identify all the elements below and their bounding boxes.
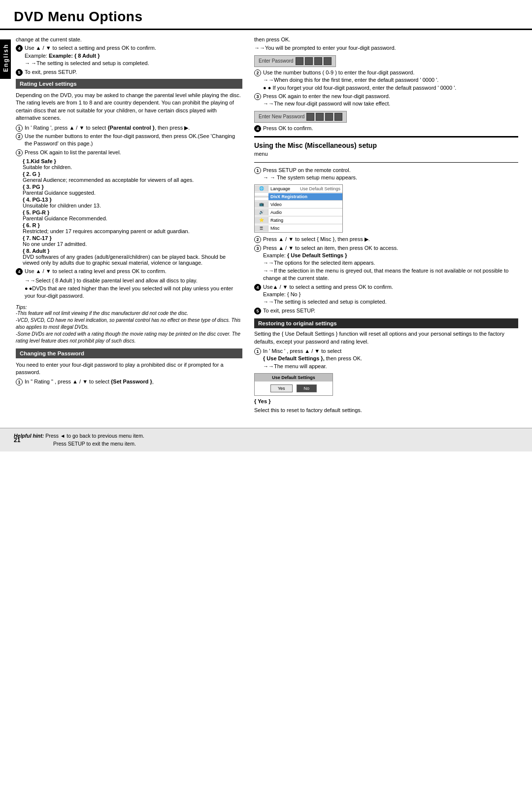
pw-step4-num: 4 [254, 125, 261, 132]
rating-step2-num: 2 [16, 133, 23, 140]
misc-step1: 1 Press SETUP on the remote control. → →… [254, 167, 518, 182]
misc-step1-num: 1 [254, 167, 261, 174]
misc-step4-example: Example: { No } [263, 291, 300, 297]
rating-step2: 2 Use the number buttons to enter the fo… [16, 133, 242, 148]
restore-step1-num: 1 [254, 348, 261, 355]
english-tab: English [0, 39, 11, 79]
defaults-buttons: Yes No [255, 382, 332, 395]
rating-step3-text: Press OK again to list the parental leve… [25, 149, 242, 156]
yes-button[interactable]: Yes [270, 384, 293, 392]
misc-step2: 2 Press ▲ / ▼ to select { Misc }, then p… [254, 236, 518, 243]
audio-icon: 🔊 [255, 209, 268, 215]
yes-desc: Select this to reset to factory default … [254, 407, 518, 414]
menu-row-video: 📺 Video [255, 201, 342, 208]
divx-spacer [255, 196, 268, 198]
password-section-header: Changing the Password [16, 348, 242, 358]
level-2: { 2. G } General Audience; recommended a… [23, 171, 242, 183]
page-footer: Helpful hint: Press ◄ to go back to prev… [0, 428, 532, 452]
pw-step4-text: Press OK to confirm. [263, 125, 518, 132]
rating-step3-num: 3 [16, 149, 23, 156]
rating-label: Rating [268, 217, 342, 224]
step4-number: 4 [16, 45, 23, 52]
tips-line-2: -VCD, SVCD, CD have no level indication,… [16, 317, 242, 331]
level-8: { 8. Adult } DVD softwares of any grades… [23, 248, 242, 266]
misc-step4: 4 Use▲ / ▼ to select a setting and press… [254, 283, 518, 306]
video-label: Video [268, 201, 342, 208]
password-step1-text: In " Rating " , press ▲ / ▼ to select {S… [25, 378, 242, 385]
rating-section-header: Rating Level settings [16, 79, 242, 89]
enter-new-password-label: Enter New Password [259, 114, 304, 119]
arrow1-text: →→You will be prompted to enter your fou… [254, 44, 518, 52]
misc-step5-text: To exit, press SETUP. [263, 307, 518, 314]
misc-subtitle: menu [254, 150, 518, 158]
tips-section: Tips: -This feature will not limit viewi… [16, 304, 242, 345]
rating-step1-text: In ' Rating ', press ▲ / ▼ to select {Pa… [25, 124, 242, 132]
tips-line-3: -Some DVDs are not coded with a rating t… [16, 331, 242, 345]
rating-step1: 1 In ' Rating ', press ▲ / ▼ to select {… [16, 124, 242, 132]
restore-step1-text: In ' Misc ' , press ▲ / ▼ to select { Us… [263, 347, 518, 370]
pw-step2-num: 2 [254, 69, 261, 76]
pw-step3-num: 3 [254, 93, 261, 100]
enter-password-box: Enter Password [254, 55, 336, 67]
misc-step3-example: Example: { Use Default Settings } [263, 252, 347, 258]
misc-step5-num: 5 [254, 308, 261, 314]
level-1: { 1.Kid Safe } Suitable for children. [23, 158, 242, 170]
menu-row-misc: ☰ Misc [255, 224, 342, 232]
menu-row-rating: ⭐ Rating [255, 216, 342, 224]
menu-row-audio: 🔊 Audio [255, 208, 342, 216]
misc-icon: ☰ [255, 225, 268, 232]
misc-step2-text: Press ▲ / ▼ to select { Misc }, then pre… [263, 236, 518, 243]
rating-step3: 3 Press OK again to list the parental le… [16, 149, 242, 156]
language-icon: 🌐 [255, 185, 268, 192]
video-icon: 📺 [255, 201, 268, 208]
intro-text: change at the current state. [16, 36, 242, 43]
password-desc: You need to enter your four-digit passwo… [16, 361, 242, 377]
misc-step4-num: 4 [254, 284, 261, 291]
new-password-sq-3 [325, 113, 333, 121]
menu-row-language: 🌐 Language Use Default Settings [255, 185, 342, 193]
rating-step4-bullet: ●●DVDs that are rated higher than the le… [25, 285, 242, 300]
no-button[interactable]: No [297, 384, 317, 392]
step5-item: 5 To exit, press SETUP. [16, 69, 242, 76]
misc-step3-text: Press ▲ / ▼ to select an item, then pres… [263, 244, 518, 282]
enter-new-password-box: Enter New Password [254, 111, 347, 123]
rating-step4-arrow1: →→Select { 8 Adult } to disable parental… [25, 277, 242, 284]
pw-step2: 2 Use the number buttons ( 0-9 ) to ente… [254, 69, 518, 92]
new-password-squares [306, 113, 342, 121]
then-press: then press OK. [254, 36, 518, 43]
pw-step3-text: Press OK again to enter the new four-dig… [263, 93, 518, 108]
step4-example: Example: Example: { 8 Adult } [25, 53, 100, 59]
menu-mockup: 🌐 Language Use Default Settings DivX Reg… [254, 184, 343, 233]
new-password-sq-1 [306, 113, 314, 121]
pw-step2-text: Use the number buttons ( 0-9 ) to enter … [263, 69, 518, 92]
tips-line-1: -This feature will not limit viewing if … [16, 310, 242, 317]
page-container: DVD Menu Options English change at the c… [0, 0, 532, 451]
password-squares [296, 57, 332, 65]
new-password-sq-4 [334, 113, 342, 121]
misc-label: Misc [268, 225, 342, 232]
helpful-hint-text2: Press SETUP to exit the menu item. [53, 441, 136, 447]
rating-step4-text: Use ▲ / ▼ to select a rating level and p… [25, 268, 242, 300]
defaults-mockup: Use Default Settings Yes No [254, 373, 333, 396]
level-7: { 7. NC-17 } No one under 17 admitted. [23, 235, 242, 247]
step5-number: 5 [16, 69, 23, 76]
page-number: 21 [14, 437, 20, 444]
level-6: { 6. R } Restricted; under 17 requires a… [23, 222, 242, 234]
menu-row-divx: DivX Registration [255, 193, 342, 201]
right-column: then press OK. →→You will be prompted to… [254, 36, 518, 416]
section-divider [254, 136, 518, 138]
audio-label: Audio [268, 209, 342, 216]
password-sq-2 [305, 57, 313, 65]
misc-step3: 3 Press ▲ / ▼ to select an item, then pr… [254, 244, 518, 282]
rating-icon: ⭐ [255, 217, 268, 223]
restore-step1: 1 In ' Misc ' , press ▲ / ▼ to select { … [254, 347, 518, 370]
password-sq-4 [324, 57, 332, 65]
level-4: { 4. PG-13 } Unsuitable for children und… [23, 197, 242, 208]
password-sq-1 [296, 57, 303, 65]
restore-section-header: Restoring to original settings [254, 318, 518, 328]
use-default-label: Use Default Settings [298, 185, 342, 192]
step4-text: Use ▲ / ▼ to select a setting and press … [25, 44, 242, 67]
misc-step4-text: Use▲ / ▼ to select a setting and press O… [263, 283, 518, 306]
tips-title: Tips: [16, 304, 242, 310]
enter-password-label: Enter Password [259, 58, 294, 64]
